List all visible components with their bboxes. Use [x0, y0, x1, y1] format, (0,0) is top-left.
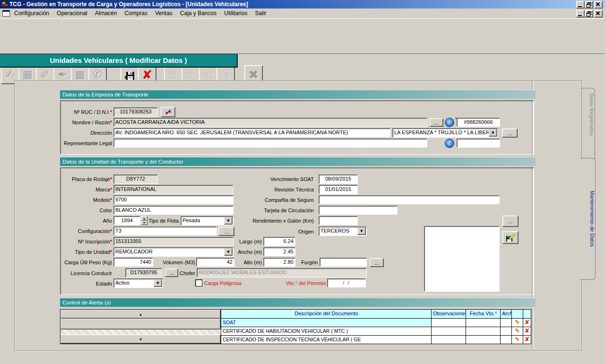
tipo-flota-value: Pesada [182, 217, 225, 223]
menu-operacional[interactable]: Operacional [53, 9, 91, 18]
location-browse-button[interactable]: ... [502, 129, 518, 138]
mdi-child-icon[interactable] [2, 10, 10, 17]
table-row-obs[interactable] [432, 319, 466, 327]
volumen-input[interactable]: 42 [196, 258, 234, 267]
menu-utilitarios[interactable]: Utilitarios [220, 9, 251, 18]
hand-up-icon: ☝ [170, 69, 177, 81]
column-header-descripcion[interactable]: Descripción del Documento [221, 310, 432, 319]
estado-select[interactable]: Activo ▼ [113, 278, 163, 288]
menu-ventas[interactable]: Ventas [151, 9, 176, 18]
menu-configuracion[interactable]: Configuración [10, 9, 53, 18]
vto-permiso-input[interactable]: / / [327, 278, 366, 287]
placa-input[interactable]: D8Y772 [113, 174, 158, 184]
modelo-input[interactable]: 9700 [113, 195, 233, 204]
table-row-doc[interactable]: SOAT [221, 319, 432, 327]
mdi-minimize-button[interactable] [576, 10, 585, 17]
tipo-unidad-select[interactable]: REMOLCADOR ▼ [113, 247, 233, 257]
chofer-label: Chofer [177, 270, 195, 276]
row-delete-icon[interactable]: ✘ [523, 327, 531, 336]
scroll-down-icon[interactable]: ▼ [60, 335, 221, 344]
row-edit-icon[interactable]: ✎ [512, 327, 523, 336]
column-header-fecha[interactable]: Fecha Vto.° [466, 310, 501, 319]
row-delete-icon[interactable]: ✘ [523, 319, 531, 327]
alto-input[interactable]: 2.80 [263, 258, 295, 267]
configuracion-input[interactable]: T3 [113, 226, 217, 235]
licencia-browse-button[interactable]: ... [165, 269, 178, 277]
menu-almacen[interactable]: Almacén [91, 9, 121, 18]
table-row-obs[interactable] [432, 327, 466, 336]
tarjeta-input[interactable] [319, 206, 398, 215]
table-row-fecha[interactable] [466, 336, 501, 344]
origen-dropdown-icon[interactable]: ▼ [357, 227, 366, 235]
licencia-input[interactable]: D17930795 [125, 268, 162, 277]
table-row-obs[interactable] [432, 336, 466, 344]
venc-soat-input[interactable]: 08/09/2015 [319, 174, 358, 184]
color-input[interactable]: BLANCO AZUL [113, 206, 233, 215]
largo-input[interactable]: 6.24 [263, 237, 295, 246]
origen-select[interactable]: TERCEROS ▼ [319, 226, 367, 236]
furgon-input[interactable] [320, 258, 367, 267]
menu-compras[interactable]: Compras [121, 9, 151, 18]
company-name-browse-button[interactable]: ... [430, 118, 443, 127]
row-edit-icon[interactable]: ✎ [512, 336, 523, 344]
table-row-fecha[interactable] [466, 319, 501, 327]
configuracion-browse-button[interactable]: ... [218, 227, 234, 236]
photo-browse-button[interactable]: ... [502, 216, 519, 227]
chofer-input[interactable]: RODRIGUEZ MORALES ESTUARDO [197, 268, 367, 277]
seguro-input[interactable] [319, 195, 500, 204]
marca-input[interactable]: INTERNATIONAL [113, 185, 233, 194]
location-select[interactable]: LA ESPERANZA * TRUJILLO * LA LIBERT ▼ [392, 128, 498, 138]
tipo-flota-select[interactable]: Pesada ▼ [181, 216, 233, 225]
close-button[interactable] [594, 1, 603, 9]
ancho-input[interactable]: 2.45 [263, 247, 295, 256]
sign-record-icon: ✒ [58, 69, 67, 80]
minimize-button[interactable] [576, 1, 585, 9]
carga-util-input[interactable]: 7440 [113, 258, 153, 267]
menu-salir[interactable]: Salir [251, 9, 270, 18]
table-row-doc[interactable]: CERTIFICADO DE INSPECCION TECNICA VEHICU… [221, 336, 432, 344]
location-dropdown-arrow-icon[interactable]: ▼ [489, 129, 497, 137]
address-input[interactable]: AV. INDOAMERICA NRO. 650 SEC. JERUSALEM … [113, 128, 390, 137]
tab-datos-registrados[interactable]: Datos Registrados [582, 88, 595, 163]
table-row-archivo[interactable] [501, 319, 512, 327]
tab-mantenimiento-datos[interactable]: Mantenimiento de Datos [580, 158, 596, 280]
table-row-archivo[interactable] [501, 336, 512, 344]
furgon-browse-button[interactable]: ... [370, 258, 384, 267]
anio-input[interactable]: 1994 [113, 216, 140, 225]
company-name-input[interactable]: ACOSTA CARRANZA AIDA VICTORIA [113, 118, 427, 127]
address-label: Dirección [55, 130, 112, 136]
mdi-restore-button[interactable] [585, 10, 593, 17]
inscripcion-input[interactable]: 151313355 [113, 237, 233, 246]
tipo-flota-dropdown-icon[interactable]: ▼ [224, 217, 233, 225]
scroll-up-icon[interactable]: ▲ [60, 310, 221, 319]
ruc-input[interactable]: 10179308253 [113, 107, 158, 117]
revision-tecnica-input[interactable]: 01/01/2015 [319, 185, 358, 194]
rep-phone-input[interactable] [457, 139, 500, 147]
company-name-label: Nombre / Razón* [55, 120, 112, 125]
menu-caja-bancos[interactable]: Caja y Bancos [176, 9, 220, 18]
company-phone-input[interactable]: #988260666 [457, 118, 500, 127]
carga-peligrosa-checkbox[interactable] [195, 279, 202, 286]
table-row-archivo[interactable] [501, 327, 512, 336]
save-icon [124, 69, 136, 80]
representative-input[interactable] [113, 139, 427, 147]
column-header-observaciones[interactable]: Observaciones [432, 310, 466, 319]
row-edit-icon[interactable]: ✎ [512, 319, 523, 327]
ruc-lookup-button[interactable] [161, 107, 175, 117]
tarjeta-label: Tarjeta de Circulación [251, 208, 314, 213]
column-header-archivo[interactable]: Archivo (s) [501, 310, 512, 319]
table-row-fecha[interactable] [466, 327, 501, 336]
photo-save-button[interactable] [502, 231, 519, 244]
record-toolbar: ✍ ▦ ✐ ✒ ▩ ✆ ✘ ☝ ☞ ☜ ☟ ✖ [0, 32, 605, 54]
estado-dropdown-icon[interactable]: ▼ [154, 279, 162, 287]
table-row-doc[interactable]: CERTIFICADO DE HABILITACION VEHICULAR ( … [221, 327, 432, 336]
restore-button[interactable] [585, 1, 593, 9]
rendimiento-input[interactable] [319, 216, 358, 225]
column-header-edit [512, 310, 523, 319]
mdi-close-button[interactable] [594, 10, 603, 17]
table-scrollbar[interactable]: ▲ ▼ [60, 310, 221, 344]
row-delete-icon[interactable]: ✘ [523, 336, 531, 344]
scrollbar-thumb[interactable] [60, 319, 221, 329]
tipo-unidad-dropdown-icon[interactable]: ▼ [224, 248, 233, 256]
main-toolbar: ▼ [0, 18, 605, 32]
